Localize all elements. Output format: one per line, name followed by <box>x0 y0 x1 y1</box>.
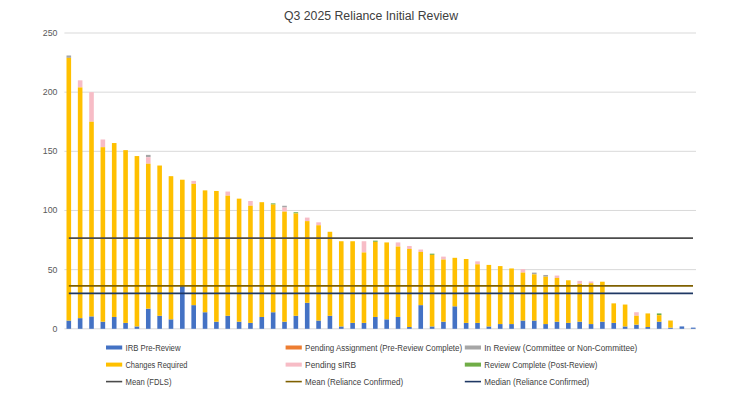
svg-text:Pending Assignment (Pre-Review: Pending Assignment (Pre-Review Complete) <box>305 343 462 353</box>
svg-text:Mean (Reliance Confirmed): Mean (Reliance Confirmed) <box>305 377 403 387</box>
svg-text:Median (Reliance Confirmed): Median (Reliance Confirmed) <box>484 377 589 387</box>
svg-text:Review Complete (Post-Review): Review Complete (Post-Review) <box>484 360 597 370</box>
svg-text:50: 50 <box>48 265 58 275</box>
svg-text:Mean (FDLS): Mean (FDLS) <box>126 377 172 387</box>
svg-text:In Review (Committee or Non-Co: In Review (Committee or Non-Committee) <box>484 343 637 353</box>
svg-text:Pending sIRB: Pending sIRB <box>305 360 356 370</box>
svg-text:250: 250 <box>43 28 58 38</box>
svg-text:0: 0 <box>53 324 58 334</box>
svg-text:Q3 2025 Reliance Initial Revie: Q3 2025 Reliance Initial Review <box>284 9 459 23</box>
svg-text:200: 200 <box>43 87 58 97</box>
svg-text:150: 150 <box>43 146 58 156</box>
svg-text:100: 100 <box>43 205 58 215</box>
svg-text:Changes Required: Changes Required <box>126 360 188 370</box>
svg-text:IRB Pre-Review: IRB Pre-Review <box>126 343 182 353</box>
